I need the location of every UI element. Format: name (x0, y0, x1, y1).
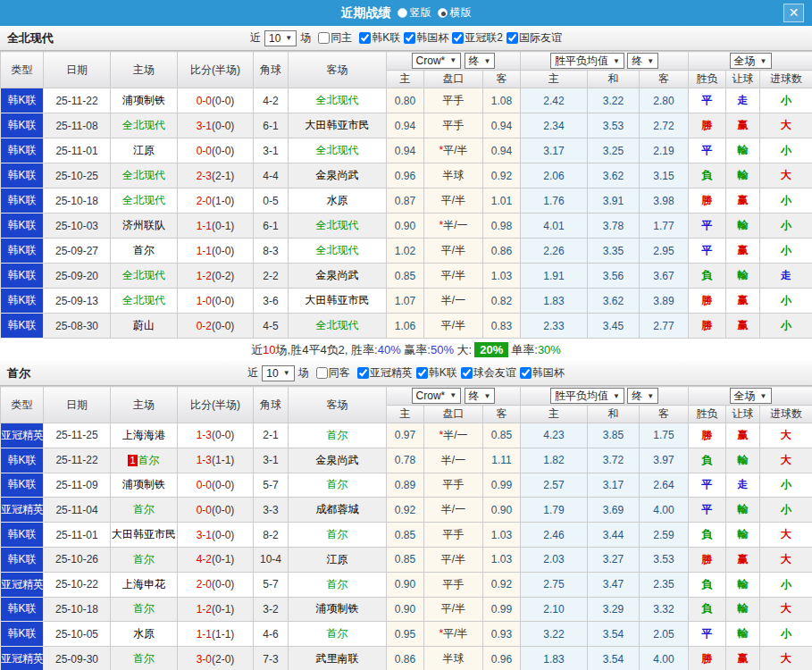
checkbox-icon[interactable] (452, 32, 464, 44)
col-crow-home: 主 (387, 406, 424, 423)
live-star-icon: * (439, 144, 443, 156)
chevron-down-icon: ▼ (613, 392, 620, 400)
away-team-name: 成都蓉城 (316, 503, 359, 515)
checkbox-icon[interactable] (404, 32, 415, 44)
handicap-cell: 平/半 (424, 314, 483, 339)
avg-draw-cell: 3.62 (588, 289, 640, 314)
wdl-result-cell: 勝 (689, 289, 726, 314)
goals-result-cell: 小 (760, 138, 812, 163)
checkbox-icon[interactable] (316, 367, 328, 379)
avg-draw-cell: 3.72 (588, 448, 640, 473)
fulltime-score: 3-1 (197, 529, 212, 541)
checkbox-icon[interactable] (520, 367, 532, 379)
bookmaker-select[interactable]: Crow*▼ (412, 388, 462, 404)
odds-away-cell: 0.93 (483, 622, 521, 647)
away-team-cell: 首尔 (289, 622, 387, 647)
avg-away-cell: 4.00 (640, 647, 689, 670)
avg-away-cell: 2.19 (640, 138, 689, 163)
league-filter-checkbox[interactable]: 亚冠精英 (354, 365, 413, 381)
checkbox-icon[interactable] (461, 367, 473, 379)
same-venue-checkbox[interactable]: 同主 (314, 30, 352, 46)
away-team-cell: 金泉尚武 (289, 264, 387, 289)
fulltime-select[interactable]: 全场▼ (730, 53, 772, 69)
avg-away-cell: 4.00 (640, 498, 689, 523)
fulltime-group-header: 全场▼ (689, 387, 812, 406)
col-handicap: 盘口 (424, 71, 483, 88)
radio-selected-icon[interactable] (438, 8, 448, 18)
wdl-result-cell: 平 (689, 239, 726, 264)
league-filter-checkbox[interactable]: 韩K联 (356, 30, 400, 46)
checkbox-icon[interactable] (506, 32, 518, 44)
checkbox-icon[interactable] (318, 32, 330, 44)
final-odds-select[interactable]: 终▼ (465, 388, 496, 404)
wdl-result-cell: 負 (689, 597, 726, 622)
away-team-cell: 浦项制铁 (289, 597, 387, 622)
wdl-result-cell: 勝 (689, 314, 726, 339)
odds-home-cell: 0.80 (387, 88, 424, 113)
table-row: 韩K联25-09-20全北现代1-2(0-2)2-2金泉尚武0.85平/半1.0… (1, 264, 812, 289)
avg-away-cell: 2.80 (640, 88, 689, 113)
layout-vertical-radio[interactable]: 竖版 (398, 5, 431, 21)
chevron-down-icon: ▼ (613, 57, 620, 65)
league-filter-checkbox[interactable]: 韩K联 (413, 365, 457, 381)
goals-result-cell: 小 (760, 314, 812, 339)
date-cell: 25-10-18 (44, 597, 111, 622)
handicap-result-cell: 赢 (726, 547, 760, 572)
score-cell: 0-2(0-0) (178, 314, 254, 339)
corner-cell: 8-3 (254, 239, 289, 264)
wdl-result-cell: 平 (689, 473, 726, 498)
handicap-cell: 半球 (424, 647, 483, 670)
corner-cell: 4-5 (254, 314, 289, 339)
home-team-cell: 全北现代 (111, 188, 178, 214)
final-odds-select[interactable]: 终▼ (465, 53, 496, 69)
games-label: 场 (300, 30, 311, 46)
handicap-cell: *平/半 (424, 622, 483, 647)
match-count-select[interactable]: 10 ▼ (264, 30, 297, 46)
close-icon[interactable]: ✕ (783, 4, 804, 22)
avg-home-cell: 1.91 (521, 264, 588, 289)
bookmaker-select[interactable]: Crow*▼ (412, 53, 462, 69)
checkbox-icon[interactable] (416, 367, 428, 379)
fulltime-score: 3-0 (197, 653, 212, 666)
checkbox-icon[interactable] (357, 367, 369, 379)
fulltime-score: 4-2 (197, 553, 212, 565)
home-team-cell: 首尔 (111, 547, 178, 572)
odds-away-cell: 1.03 (483, 547, 521, 572)
fulltime-score: 0-2 (197, 320, 212, 332)
checkbox-icon[interactable] (359, 32, 371, 44)
same-venue-checkbox[interactable]: 同客 (313, 365, 350, 381)
avg-select[interactable]: 胜平负均值▼ (550, 53, 624, 69)
odds-away-cell: 1.11 (483, 448, 521, 473)
col-goals: 进球数 (760, 406, 812, 423)
avg-select[interactable]: 胜平负均值▼ (550, 388, 624, 404)
match-count-value: 10 (269, 32, 280, 45)
home-team-name: 首尔 (138, 454, 160, 466)
away-team-name: 大田韩亚市民 (306, 119, 370, 131)
league-filter-checkbox[interactable]: 韩国杯 (516, 365, 565, 381)
avg-away-cell: 3.98 (640, 188, 689, 214)
league-filter-checkbox[interactable]: 球会友谊 (457, 365, 516, 381)
league-filter-checkbox[interactable]: 韩国杯 (400, 30, 448, 46)
league-filter-checkbox[interactable]: 亚冠联2 (448, 30, 503, 46)
away-team-name: 首尔 (327, 528, 348, 540)
home-team-cell: 首尔 (111, 498, 178, 523)
final-avg-select[interactable]: 终▼ (627, 388, 658, 404)
league-cell: 韩K联 (1, 314, 44, 339)
goals-result-cell: 小 (760, 572, 812, 597)
handicap-result-cell: 赢 (726, 314, 760, 339)
fulltime-select[interactable]: 全场▼ (730, 388, 772, 404)
away-team-name: 全北现代 (316, 319, 359, 331)
avg-home-cell: 2.46 (521, 523, 588, 548)
final-avg-select[interactable]: 终▼ (627, 53, 658, 69)
table-row: 韩K联25-11-08全北现代3-1(0-0)6-1大田韩亚市民0.94平手0.… (1, 113, 812, 138)
league-filter-checkbox[interactable]: 国际友谊 (503, 30, 562, 46)
layout-horizontal-radio[interactable]: 横版 (438, 5, 472, 21)
match-count-select[interactable]: 10 ▼ (262, 365, 294, 381)
away-team-name: 大田韩亚市民 (306, 294, 370, 306)
date-cell: 25-10-26 (44, 547, 111, 572)
home-team-name: 首尔 (133, 602, 155, 615)
home-team-name: 全北现代 (122, 294, 165, 306)
near-label: 近 (247, 365, 258, 381)
chevron-down-icon: ▼ (760, 57, 767, 65)
radio-icon[interactable] (398, 8, 407, 18)
